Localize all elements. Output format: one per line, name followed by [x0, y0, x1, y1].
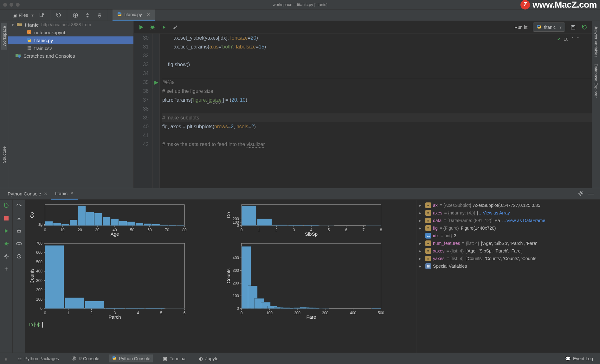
refresh-button[interactable] — [55, 11, 62, 19]
expand-button[interactable] — [96, 11, 103, 19]
tab-python-console[interactable]: Python Console ✕ — [4, 188, 51, 199]
svg-text:0: 0 — [240, 311, 242, 315]
step-over-button[interactable] — [16, 202, 23, 209]
variable-row[interactable]: ≡ fig = {Figure} Figure(1440x720) — [418, 224, 599, 232]
sidebar-root[interactable]: ▾ titanic http://localhost:8888 from — [8, 21, 133, 29]
code: ncols — [236, 124, 248, 129]
variable-row[interactable]: ≡ xaxes = {list: 4} ['Age', 'SibSp', 'Pa… — [418, 247, 599, 255]
status-python-console[interactable]: Python Console — [109, 354, 153, 362]
debug-cell-button[interactable] — [149, 24, 156, 31]
svg-text:0: 0 — [240, 228, 242, 232]
rerun-button[interactable] — [3, 202, 10, 209]
line-number: 42 — [134, 140, 149, 149]
files-dropdown[interactable]: ▣ Files — [13, 13, 34, 18]
sidebar-item-notebook[interactable]: I notebook.ipynb — [8, 29, 133, 36]
svg-text:0: 0 — [44, 311, 46, 315]
minimize-window-icon[interactable] — [10, 3, 13, 7]
run-button[interactable] — [3, 227, 10, 234]
run-cell-gutter-icon[interactable]: ▶ — [153, 78, 159, 87]
status-r-console[interactable]: Ⓡ R Console — [69, 354, 102, 363]
stop-button[interactable] — [3, 215, 10, 222]
variable-row[interactable]: ≡ ax = {AxesSubplot} AxesSubplot(0.54772… — [418, 201, 599, 209]
code: , — [234, 124, 236, 129]
code-editor[interactable]: ✔ 16 ˄ ˅ 30 31 32 33 34 35 36 37 38 39 4… — [134, 34, 592, 188]
line-number: 36 — [134, 87, 149, 96]
close-tab-button[interactable]: ✕ — [146, 12, 150, 17]
save-button[interactable] — [570, 24, 577, 31]
variable-row[interactable]: 01 idx = {int} 3 — [418, 232, 599, 239]
code — [162, 69, 592, 78]
variable-row[interactable]: ≡ num_features = {list: 4} ['Age', 'SibS… — [418, 239, 599, 247]
variable-row[interactable]: ≡ data = {DataFrame: (891, 12)} Pa…View … — [418, 217, 599, 224]
kernel-selector[interactable]: titanic — [533, 22, 565, 32]
console-prompt[interactable]: In [6]: — [29, 322, 412, 328]
print-button[interactable] — [16, 227, 23, 234]
code: fig.show() — [162, 62, 190, 67]
debug-button[interactable] — [3, 240, 10, 247]
sidebar-scratches[interactable]: Scratches and Consoles — [8, 52, 133, 60]
window-controls[interactable] — [3, 3, 20, 7]
code: labelsize — [236, 44, 255, 49]
tab-label: Python Console — [8, 191, 41, 196]
structure-tool-tab[interactable]: Structure — [1, 143, 7, 166]
history-button[interactable] — [16, 253, 23, 260]
expand-icon[interactable] — [419, 241, 423, 246]
expand-icon[interactable] — [419, 264, 423, 269]
expand-icon[interactable] — [419, 226, 423, 231]
svg-rect-21 — [70, 220, 78, 226]
python-icon — [112, 356, 116, 361]
code: = — [248, 124, 251, 129]
minimize-panel-button[interactable]: — — [588, 190, 594, 197]
svg-text:2: 2 — [275, 228, 277, 232]
jupyter-variables-tool-tab[interactable]: Jupyter Variables — [593, 23, 599, 61]
code: 'figure. — [192, 97, 207, 103]
svg-text:100: 100 — [36, 297, 42, 302]
line-number-gutter: 30 31 32 33 34 35 36 37 38 39 40 41 42 — [134, 34, 153, 188]
status-jupyter[interactable]: ◐ Jupyter — [197, 355, 223, 362]
settings-button[interactable] — [172, 24, 179, 31]
close-window-icon[interactable] — [3, 3, 7, 7]
svg-rect-20 — [61, 224, 69, 226]
add-console-button[interactable]: + — [3, 265, 10, 272]
gear-icon[interactable] — [578, 190, 584, 197]
chevron-down-icon — [30, 13, 34, 18]
view-as-link[interactable]: …View as DataFrame — [502, 218, 545, 223]
sidebar-item-train[interactable]: train.csv — [8, 44, 133, 52]
expand-arrow-icon[interactable]: ▾ — [11, 22, 14, 28]
watermark: Z www.MacZ.com — [520, 0, 597, 10]
new-file-button[interactable] — [38, 11, 46, 19]
console-output[interactable]: 01020304050607080010 Age Co 012345678010… — [25, 200, 416, 353]
variable-row[interactable]: ≡ yaxes = {list: 4} ['Counts', 'Counts',… — [418, 255, 599, 262]
database-explorer-tool-tab[interactable]: Database Explorer — [593, 61, 599, 101]
console-settings-button[interactable] — [3, 253, 10, 260]
variable-row[interactable]: ≡ axes = {ndarray: (4,)} […View as Array — [418, 209, 599, 217]
close-icon[interactable]: ✕ — [44, 191, 48, 196]
expand-icon[interactable] — [419, 248, 423, 253]
editor-tab-titanic[interactable]: titanic.py ✕ — [113, 10, 155, 21]
restart-kernel-button[interactable] — [581, 24, 588, 31]
status-event-log[interactable]: 💬 Event Log — [563, 355, 596, 362]
view-as-link[interactable]: …View as Array — [478, 210, 510, 215]
zoom-window-icon[interactable] — [16, 3, 20, 7]
workspace-tool-tab[interactable]: Workspace — [1, 23, 7, 50]
sidebar-item-titanic[interactable]: titanic.py — [8, 36, 133, 44]
run-cell-button[interactable] — [138, 24, 145, 31]
close-icon[interactable]: ✕ — [70, 191, 74, 196]
view-circle-button[interactable] — [72, 11, 79, 19]
svg-text:500: 500 — [36, 260, 42, 264]
download-button[interactable] — [16, 215, 23, 222]
tab-titanic-console[interactable]: titanic ✕ — [51, 188, 78, 200]
expand-icon[interactable] — [419, 218, 423, 223]
run-to-cursor-button[interactable]: I — [160, 24, 167, 31]
status-terminal[interactable]: ▣ Terminal — [160, 355, 189, 362]
inspect-button[interactable] — [16, 240, 23, 247]
expand-icon[interactable] — [419, 203, 423, 208]
svg-rect-65 — [319, 225, 334, 226]
expand-icon[interactable] — [419, 210, 423, 215]
folder-icon — [16, 22, 22, 28]
collapse-button[interactable] — [84, 11, 91, 19]
special-variables-row[interactable]: ⊞ Special Variables — [418, 262, 599, 270]
status-python-packages[interactable]: ☷ Python Packages — [15, 355, 61, 362]
expand-icon[interactable] — [419, 256, 423, 261]
chevron-down-icon — [558, 25, 562, 30]
